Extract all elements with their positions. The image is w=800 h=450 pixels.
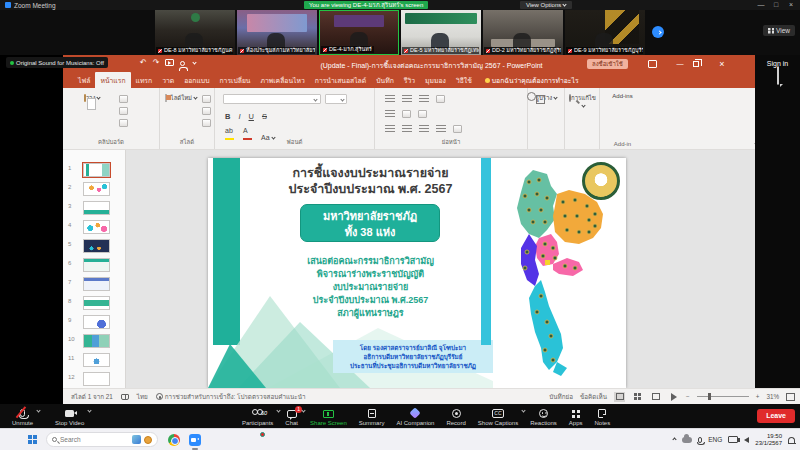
ribbon-tab[interactable]: รีวิว: [399, 72, 420, 88]
font-name-input[interactable]: [223, 94, 321, 104]
slide-thumbnail-row[interactable]: 10: [63, 333, 125, 352]
slide-thumbnail-panel[interactable]: 1 2 3: [63, 150, 126, 388]
taskbar-search[interactable]: Search: [46, 432, 158, 447]
indent-buttons[interactable]: [385, 110, 427, 118]
smartart-icon[interactable]: [453, 125, 462, 133]
ribbon-display-options-icon[interactable]: [648, 60, 657, 68]
normal-view-button[interactable]: [614, 392, 625, 402]
slide-thumbnail-row[interactable]: 8: [63, 295, 125, 314]
ribbon-tab[interactable]: ออกแบบ: [179, 72, 214, 88]
zoom-in-button[interactable]: +: [756, 393, 760, 400]
slide-thumbnail-row[interactable]: 5: [63, 238, 125, 257]
slide-sorter-view-button[interactable]: [632, 392, 643, 402]
ribbon-tab[interactable]: แทรก: [131, 72, 158, 88]
chat-button[interactable]: 1 Chat: [279, 406, 304, 426]
align-left-icon[interactable]: [385, 125, 395, 133]
accessibility-status[interactable]: การช่วยสำหรับการเข้าถึง: โปรดตรวจสอบคำแน…: [156, 392, 306, 402]
ribbon-tab[interactable]: มุมมอง: [420, 72, 451, 88]
new-slide-button[interactable]: สไลด์ใหม่: [164, 93, 198, 103]
close-button[interactable]: ×: [784, 0, 798, 10]
ribbon-tab[interactable]: การเปลี่ยน: [215, 72, 256, 88]
zoom-app-taskbar-icon[interactable]: [189, 434, 201, 446]
video-thumbnail-6[interactable]: DE-9 มหาวิทยาลัยราชภัฏบุรีรัมย์: [565, 10, 645, 55]
list-buttons[interactable]: [385, 95, 445, 103]
onedrive-icon[interactable]: [682, 437, 692, 443]
apps-button[interactable]: Apps: [563, 406, 589, 426]
reading-view-button[interactable]: [650, 392, 661, 402]
slide-thumbnail-row[interactable]: 3: [63, 200, 125, 219]
ppt-sign-in-pill[interactable]: ลงชื่อเข้าใช้: [587, 59, 628, 69]
original-sound-pill[interactable]: Original Sound for Musicians: Off: [6, 57, 108, 68]
slideshow-view-button[interactable]: [668, 392, 679, 402]
notifications-bell-icon[interactable]: [788, 437, 795, 443]
ribbon-tab[interactable]: ไฟล์: [73, 72, 95, 88]
zoom-slider-thumb[interactable]: [708, 393, 711, 400]
slide-thumbnail[interactable]: [83, 372, 110, 386]
ppt-restore-button[interactable]: [693, 61, 699, 67]
align-text-icon[interactable]: [402, 110, 411, 118]
zoom-out-button[interactable]: −: [686, 393, 690, 400]
layout-icon[interactable]: [202, 95, 211, 103]
current-slide[interactable]: การชี้แจงงบประมาณรายจ่ายประจำปีงบประมาณ …: [208, 158, 626, 388]
slide-thumbnail[interactable]: [83, 182, 110, 196]
chevron-up-icon[interactable]: [36, 408, 40, 412]
hidden-icons-chevron[interactable]: [673, 437, 677, 441]
chrome-icon[interactable]: [168, 434, 180, 446]
notes-toggle[interactable]: บันทึกย่อ: [549, 392, 573, 402]
slide-thumbnail[interactable]: [83, 296, 110, 310]
clock[interactable]: 19:50 23/1/2567: [755, 433, 782, 447]
start-button-icon[interactable]: [28, 435, 37, 444]
layout-buttons[interactable]: [202, 95, 211, 127]
ribbon-tab[interactable]: ภาพเคลื่อนไหว: [256, 72, 310, 88]
italic-button[interactable]: I: [238, 112, 240, 121]
copy-icon[interactable]: [119, 107, 128, 115]
underline-button[interactable]: U: [249, 112, 254, 121]
view-layout-button[interactable]: View: [763, 25, 795, 36]
zoom-slider[interactable]: [697, 396, 749, 397]
speaker-icon[interactable]: [744, 437, 749, 443]
ppt-close-button[interactable]: ×: [713, 55, 731, 73]
view-options-button[interactable]: View Options: [520, 1, 572, 9]
start-slideshow-icon[interactable]: [165, 59, 174, 66]
unmute-button[interactable]: Unmute: [6, 406, 39, 426]
slide-thumbnail[interactable]: [83, 334, 110, 348]
summary-button[interactable]: Summary: [353, 406, 391, 426]
tell-me-box[interactable]: บอกฉันว่าคุณต้องการทำอะไร: [485, 75, 579, 88]
minimize-button[interactable]: —: [754, 0, 768, 10]
share-screen-button[interactable]: Share Screen: [304, 406, 353, 426]
strikethrough-button[interactable]: S: [262, 112, 267, 121]
participants-button[interactable]: 60 Participants: [236, 406, 279, 426]
tray-microphone-icon[interactable]: [698, 437, 702, 443]
video-thumbnail-3-active-speaker[interactable]: DE-4-มรภ.สุรินทร์: [319, 10, 399, 55]
record-button[interactable]: Record: [440, 406, 471, 426]
slide-thumbnail[interactable]: [83, 277, 110, 291]
ribbon-tab[interactable]: บันทึก: [371, 72, 399, 88]
paste-button[interactable]: วาง: [77, 93, 107, 103]
slide-thumbnail-row[interactable]: 1: [63, 162, 125, 181]
video-thumbnail-5[interactable]: DD-2 มหาวิทยาลัยราชภัฏสุรินทร์: [483, 10, 563, 55]
leave-button[interactable]: Leave: [757, 409, 795, 423]
slide-thumbnail[interactable]: [83, 201, 110, 215]
notes-button[interactable]: Notes: [589, 406, 617, 426]
ribbon-tab[interactable]: หน้าแรก: [95, 72, 130, 88]
format-painter-icon[interactable]: [119, 119, 128, 127]
undo-button[interactable]: ↶: [140, 58, 147, 67]
maximize-button[interactable]: □: [769, 0, 783, 10]
numbering-icon[interactable]: [402, 95, 412, 103]
fit-slide-to-window-icon[interactable]: [786, 393, 795, 401]
comments-toggle[interactable]: ข้อคิดเห็น: [580, 392, 607, 402]
ribbon-tab[interactable]: วาด: [157, 72, 179, 88]
cut-icon[interactable]: [119, 95, 128, 103]
text-direction-icon[interactable]: [436, 95, 445, 103]
justify-icon[interactable]: [436, 125, 446, 133]
language-indicator[interactable]: ไทย: [137, 392, 148, 402]
redo-button[interactable]: ↷: [153, 58, 160, 67]
columns-icon[interactable]: [418, 110, 427, 118]
slide-thumbnail[interactable]: [83, 315, 110, 329]
stop-video-button[interactable]: Stop Video: [49, 406, 90, 426]
ribbon-tab[interactable]: การนำเสนอสไลด์: [310, 72, 371, 88]
reactions-button[interactable]: Reactions: [524, 406, 563, 426]
slide-thumbnail-row[interactable]: 2: [63, 181, 125, 200]
slide-thumbnail[interactable]: [83, 353, 110, 367]
video-thumbnail-1[interactable]: DE-8 มหาวิทยาลัยราชภัฏนครสวรรค์: [155, 10, 235, 55]
